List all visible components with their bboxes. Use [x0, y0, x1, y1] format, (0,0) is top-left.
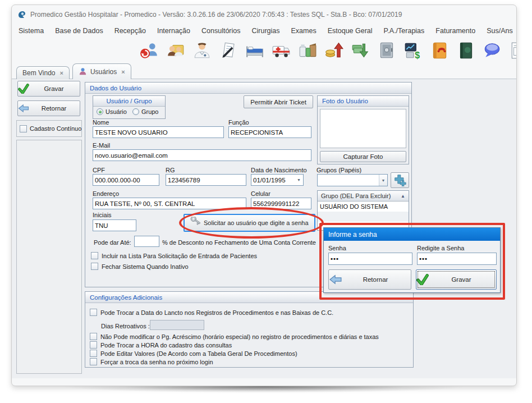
grupos-list-header-label: Grupo (DEL Para Excluir) [321, 193, 391, 199]
incluir-lista-checkbox[interactable] [91, 252, 98, 259]
cadastro-continuo-checkbox[interactable] [20, 125, 27, 132]
dialog-retornar-label: Retornar [347, 276, 404, 283]
radio-usuario-label: Usuário [106, 108, 127, 115]
hospital-bed-icon[interactable] [245, 41, 264, 60]
incluir-lista-option[interactable]: Incluir na Lista Para Solicitação de Ent… [91, 252, 257, 259]
add-grupo-button[interactable] [391, 172, 409, 188]
email-input[interactable] [93, 149, 311, 161]
permitir-abrir-ticket-button[interactable]: Permitir Abrir Ticket [244, 95, 313, 108]
dialog-gravar-button[interactable]: Gravar [416, 269, 497, 290]
menu-consultorios[interactable]: Consultórios [196, 26, 246, 36]
toolbar: $ [12, 38, 516, 63]
menu-sus-ans[interactable]: Sus/Ans [481, 26, 516, 36]
prescription-icon[interactable] [219, 41, 238, 60]
dialog-gravar-label: Gravar [433, 276, 489, 283]
chat-icon[interactable] [483, 41, 502, 60]
menu-faturamento[interactable]: Faturamento [430, 26, 481, 36]
capturar-foto-button[interactable]: Capturar Foto [320, 151, 406, 162]
iniciais-input[interactable] [93, 219, 136, 231]
nao-modificar-acrescimo-checkbox[interactable] [90, 333, 97, 340]
dialog-retornar-button[interactable]: Retornar [328, 269, 411, 290]
celular-input[interactable] [251, 198, 311, 209]
stock-icon[interactable] [298, 41, 317, 60]
editar-valores-label: Pode Editar Valores (De Acordo com a Tab… [100, 350, 297, 357]
trocar-data-lancto-checkbox[interactable] [90, 309, 97, 316]
grupos-combo[interactable]: ▼ [317, 174, 388, 186]
grupo-row[interactable]: USUÁRIO DO SISTEMA [318, 202, 409, 212]
fechar-sistema-option[interactable]: Fechar Sistema Quando Inativo [91, 263, 189, 270]
radio-grupo[interactable] [132, 108, 139, 115]
forcar-troca-senha-label: Forçar a troca da senha no próximo login [100, 359, 213, 365]
funcao-input[interactable] [228, 126, 311, 138]
endereco-input[interactable] [93, 198, 246, 209]
redigite-senha-input[interactable] [417, 253, 497, 265]
menu-base-de-dados[interactable]: Base de Dados [49, 26, 108, 36]
doctor-icon[interactable] [192, 41, 212, 60]
tab-usuarios-label: Usuários [90, 68, 117, 76]
dados-usuario-header: Dados do Usuário [85, 83, 411, 94]
ledger-icon[interactable] [456, 41, 475, 60]
cpf-input[interactable] [93, 174, 159, 186]
menu-cirurgias[interactable]: Cirurgias [246, 26, 286, 36]
tipo-header-label: Usuário / Grupo [106, 98, 152, 104]
nascimento-label: Data de Nascimento [251, 167, 307, 173]
trocar-data-lancto-option[interactable]: Pode Trocar a Data do Lancto nos Registr… [90, 309, 333, 316]
nascimento-value: 01/01/1995 [251, 177, 295, 184]
finance-icon[interactable]: $ [403, 41, 423, 60]
svg-text:$: $ [415, 51, 420, 60]
nome-input[interactable] [93, 126, 224, 138]
nao-modificar-acrescimo-option[interactable]: Não Pode modificar o Pg. Acréscimo (horá… [90, 333, 379, 340]
check-icon [416, 274, 429, 285]
editar-valores-checkbox[interactable] [90, 350, 97, 357]
safe-icon[interactable] [377, 41, 396, 60]
tab-close-icon[interactable]: × [121, 68, 125, 75]
grupos-list-header[interactable]: Grupo (DEL Para Excluir) ▲ [318, 191, 409, 202]
menu-recepcao[interactable]: Recepção [109, 26, 152, 36]
senha-input[interactable] [328, 253, 412, 265]
expense-down-icon[interactable] [351, 41, 370, 60]
tab-strip: Bem Vindo × Usuários × [16, 63, 131, 79]
menu-exames[interactable]: Exames [286, 26, 322, 36]
desconto-label: Pode dar Até: [94, 239, 131, 246]
phonebook-icon[interactable] [430, 41, 449, 60]
forcar-troca-senha-checkbox[interactable] [90, 358, 97, 365]
trocar-hora-checkbox[interactable] [90, 341, 97, 349]
rg-input[interactable] [166, 174, 246, 186]
informe-senha-dialog: Informe a senha Senha Redigite a Senha R… [323, 227, 501, 293]
tab-bem-vindo[interactable]: Bem Vindo × [16, 66, 70, 79]
cpf-label: CPF [93, 167, 105, 173]
tab-usuarios[interactable]: Usuários × [72, 63, 131, 79]
nascimento-dropdown-icon[interactable]: ▼ [295, 175, 303, 185]
tipo-box: Usuário / Grupo Usuário Grupo [93, 95, 166, 119]
solicitar-senha-label: Solicitar ao usuário que digite a senha [204, 219, 309, 226]
retornar-button[interactable]: Retornar [17, 100, 80, 116]
menu-sistema[interactable]: Sistema [13, 26, 49, 36]
revenue-up-icon[interactable] [324, 41, 343, 60]
endereco-label: Endereço [93, 190, 119, 197]
patients-icon[interactable] [166, 41, 185, 60]
user-icon [79, 67, 87, 76]
radio-grupo-label: Grupo [141, 108, 159, 115]
cadastro-continuo-option[interactable]: Cadastro Contínuo [16, 120, 82, 137]
informe-senha-titlebar: Informe a senha [324, 228, 500, 241]
menu-pa-terapias[interactable]: P.A./Terapias [378, 26, 430, 36]
grupos-dropdown-icon[interactable]: ▼ [379, 175, 387, 186]
report-icon[interactable] [509, 41, 516, 60]
nascimento-input[interactable]: 01/01/1995 ▼ [251, 174, 304, 186]
tab-close-icon[interactable]: × [59, 70, 63, 76]
sidebar-panel [16, 140, 82, 374]
menu-estoque-geral[interactable]: Estoque Geral [322, 26, 378, 36]
editar-valores-option[interactable]: Pode Editar Valores (De Acordo com a Tab… [90, 350, 297, 357]
sync-users-icon[interactable] [140, 41, 159, 60]
arrow-left-icon [329, 274, 342, 285]
menu-internacao[interactable]: Internação [152, 26, 196, 36]
solicitar-senha-button[interactable]: Solicitar ao usuário que digite a senha [184, 214, 315, 232]
forcar-troca-senha-option[interactable]: Forçar a troca da senha no próximo login [90, 358, 213, 365]
trocar-hora-option[interactable]: Pode Trocar a HORA do cadastro das consu… [90, 341, 232, 349]
nome-label: Nome [93, 119, 109, 126]
gravar-button[interactable]: Gravar [17, 81, 80, 97]
desconto-input[interactable] [134, 236, 159, 247]
ambulance-icon[interactable] [272, 41, 291, 60]
fechar-sistema-checkbox[interactable] [91, 263, 98, 270]
radio-usuario[interactable] [97, 108, 103, 115]
